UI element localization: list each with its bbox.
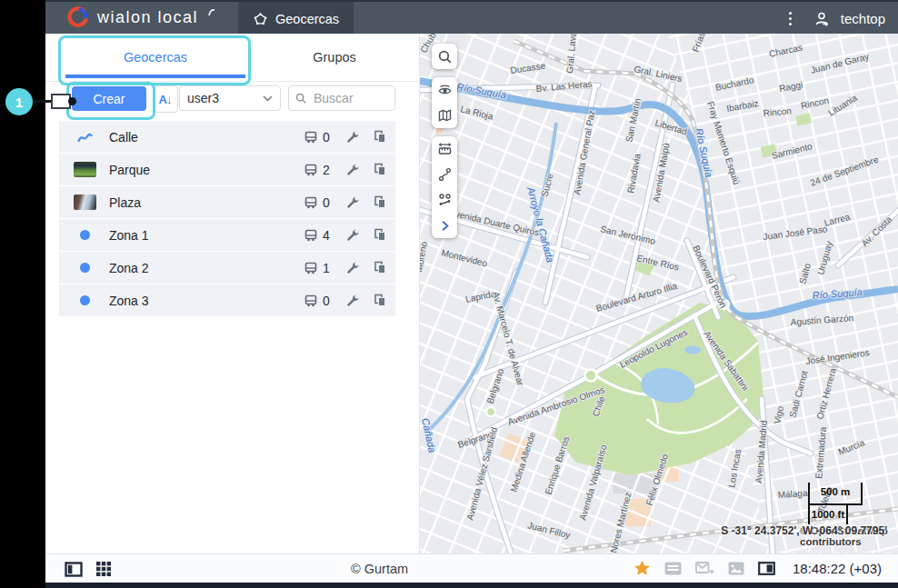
map-canvas[interactable]: Río SuquíaArroyo la CañadaRío SuquíaRío … [420, 34, 898, 553]
units-count: 0 [323, 294, 334, 308]
list-item-zona-3[interactable]: Zona 3 0 [59, 284, 395, 316]
search-icon [295, 92, 306, 105]
geofence-name: Parque [109, 163, 304, 177]
expand-tools-button[interactable] [432, 213, 457, 238]
app-window: wialon local Geocercas [45, 0, 898, 588]
copy-button[interactable] [373, 130, 386, 144]
create-button[interactable]: Crear [72, 86, 146, 111]
edit-button[interactable] [346, 195, 360, 209]
user-icon [813, 11, 832, 27]
tab-geocercas[interactable]: Geocercas [61, 34, 250, 81]
image-icon[interactable] [728, 562, 744, 575]
edit-button[interactable] [346, 294, 360, 307]
user-filter-select[interactable]: user3 [179, 85, 281, 111]
window-frame-bottom [45, 583, 898, 588]
screen: wialon local Geocercas [0, 0, 898, 588]
copy-icon [373, 163, 386, 176]
units-count: 0 [323, 195, 334, 210]
units-count: 2 [323, 163, 334, 177]
copy-button[interactable] [373, 163, 386, 176]
annotation-step-badge: 1 [5, 88, 33, 115]
copy-button[interactable] [373, 294, 386, 307]
sort-button[interactable]: A ↓ [153, 85, 178, 113]
apps-grid-icon[interactable] [95, 561, 112, 577]
tab-geocercas-module[interactable]: Geocercas [238, 2, 354, 35]
map-measure-tools [432, 136, 457, 238]
search-box [288, 85, 395, 111]
edit-button[interactable] [346, 163, 360, 176]
copy-icon [373, 261, 386, 274]
copy-button[interactable] [373, 228, 386, 242]
chevron-right-icon [438, 219, 452, 233]
notes-icon[interactable] [664, 562, 682, 575]
list-item-calle[interactable]: Calle 0 [59, 121, 395, 153]
toggle-panel-icon[interactable] [65, 562, 83, 577]
search-input[interactable] [312, 90, 388, 106]
route-icon [437, 167, 453, 182]
plaza-photo-thumbnail [74, 194, 96, 210]
units-count: 1 [323, 261, 334, 275]
units-icon [304, 131, 318, 144]
wrench-icon [346, 195, 360, 209]
copy-icon [373, 294, 386, 307]
tab-grupos-label: Grupos [313, 50, 356, 65]
map-search-button[interactable] [432, 44, 457, 69]
geofence-name: Plaza [109, 195, 304, 210]
panel-tabs: Geocercas Grupos [45, 34, 419, 82]
active-tab-underline [65, 75, 245, 78]
tab-geocercas-label: Geocercas [124, 50, 187, 65]
geofence-name: Zona 2 [109, 261, 304, 275]
edit-button[interactable] [346, 228, 360, 242]
list-item-plaza[interactable]: Plaza 0 [59, 186, 395, 218]
board-icon[interactable] [758, 562, 775, 575]
geofence-name: Zona 1 [109, 228, 304, 243]
track-points-button[interactable] [432, 187, 457, 213]
routes-button[interactable] [432, 162, 457, 187]
chevron-down-icon [263, 95, 273, 102]
edit-button[interactable] [346, 130, 360, 144]
visibility-button[interactable] [432, 77, 457, 103]
map-scale-imperial: 1000 ft [808, 505, 848, 524]
panel-toolbar: Crear A ↓ user3 [45, 82, 420, 122]
copy-icon [373, 195, 386, 209]
list-item-zona-2[interactable]: Zona 2 1 [59, 252, 395, 284]
user-filter-value: user3 [187, 91, 219, 105]
geofence-name: Calle [109, 130, 304, 145]
gurtam-copyright: © Gurtam [351, 562, 408, 576]
map-layer-tools [432, 77, 457, 128]
logo-text: wialon local [97, 8, 198, 27]
points-icon [437, 193, 453, 207]
list-item-zona-1[interactable]: Zona 1 4 [59, 219, 395, 251]
units-icon [304, 164, 318, 176]
geofences-panel: Geocercas Grupos Crear A ↓ user3 [45, 34, 420, 553]
copy-icon [373, 228, 386, 242]
search-icon [437, 49, 453, 65]
ruler-button[interactable] [432, 136, 457, 162]
more-menu-icon[interactable] [785, 8, 795, 29]
clock: 18:48:22 (+03) [793, 561, 882, 576]
annotation-connector-dot [68, 97, 76, 105]
park-photo-thumbnail [74, 162, 96, 177]
tab-grupos[interactable]: Grupos [250, 34, 419, 81]
wialon-logo: wialon local [65, 6, 215, 30]
copy-button[interactable] [373, 195, 386, 209]
map-coordinates: S -31° 24.3752', W -064° 09.7795' [721, 524, 887, 537]
units-icon [304, 196, 318, 209]
user-menu[interactable]: techtop [813, 11, 885, 27]
status-bar: © Gurtam 18:48:22 (+03) [45, 553, 898, 583]
username: techtop [841, 11, 885, 26]
map-source-button[interactable] [432, 103, 457, 128]
favorites-star-icon[interactable] [634, 560, 651, 576]
units-icon [304, 294, 318, 307]
wialon-logo-icon [65, 6, 89, 30]
send-message-icon[interactable] [695, 562, 714, 575]
edit-button[interactable] [346, 261, 360, 274]
ruler-icon [437, 142, 453, 156]
list-item-parque[interactable]: Parque 2 [59, 154, 395, 185]
wrench-icon [346, 261, 360, 274]
copy-button[interactable] [373, 261, 386, 274]
wrench-icon [346, 228, 360, 242]
geofence-list: Calle 0 Parque 2 [59, 121, 395, 317]
top-bar: wialon local Geocercas [45, 0, 898, 34]
map-label: Málaga [777, 488, 808, 500]
